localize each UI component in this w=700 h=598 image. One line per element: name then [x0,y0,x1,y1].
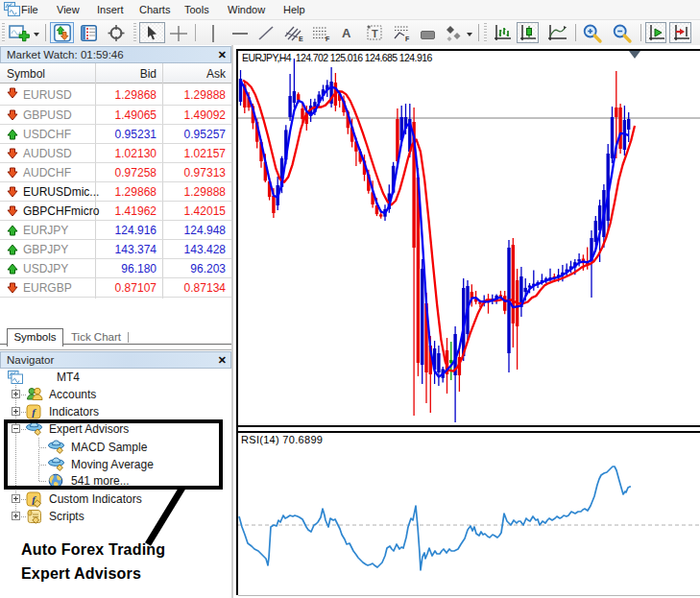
svg-text:T: T [372,28,378,39]
svg-text:E: E [299,36,303,42]
svg-text:F: F [326,36,330,42]
svg-text:F: F [405,36,410,42]
